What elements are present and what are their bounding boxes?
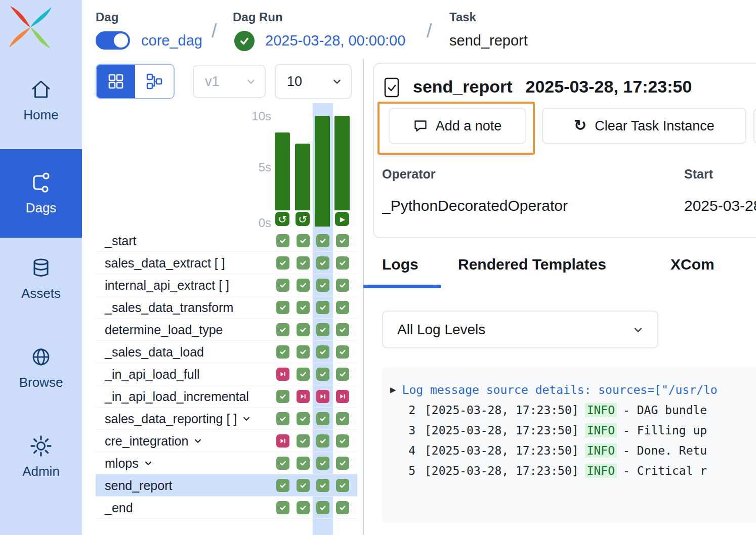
- grid-view-button[interactable]: [97, 65, 135, 98]
- task-instance-success[interactable]: [276, 323, 289, 336]
- task-row[interactable]: _sales_data_load: [96, 341, 357, 363]
- task-instance-success[interactable]: [336, 501, 349, 514]
- task-instance-success[interactable]: [316, 234, 329, 247]
- dag-pause-toggle[interactable]: [96, 31, 130, 50]
- task-instance-success[interactable]: [297, 279, 310, 292]
- run-count-select[interactable]: 10: [275, 64, 352, 99]
- task-row[interactable]: sales_data_extract [ ]: [96, 252, 357, 274]
- task-instance-success[interactable]: [276, 256, 289, 270]
- task-instance-success[interactable]: [316, 501, 329, 514]
- task-row[interactable]: _end: [96, 497, 357, 519]
- task-instance-success[interactable]: [276, 301, 289, 314]
- task-instance-skipped[interactable]: [276, 368, 289, 381]
- play-run-marker[interactable]: ▶: [335, 212, 349, 226]
- task-instance-success[interactable]: [336, 234, 349, 247]
- task-name[interactable]: _sales_data_transform: [105, 296, 233, 319]
- more-actions-button-partial[interactable]: [753, 108, 756, 144]
- task-name[interactable]: _end: [105, 497, 133, 519]
- task-instance-success[interactable]: [297, 501, 310, 514]
- task-row[interactable]: sales_data_reporting [ ]: [96, 408, 357, 430]
- sidebar-item-dags[interactable]: Dags: [0, 149, 82, 238]
- task-row[interactable]: determine_load_type: [96, 319, 357, 341]
- tab-logs[interactable]: Logs: [382, 256, 418, 273]
- chevron-down-icon[interactable]: [144, 459, 153, 468]
- task-instance-success[interactable]: [297, 368, 310, 381]
- run-duration-bar[interactable]: [295, 144, 310, 210]
- task-instance-success[interactable]: [336, 434, 349, 448]
- dag-version-select[interactable]: v1: [193, 65, 266, 98]
- task-name[interactable]: cre_integration: [105, 430, 202, 452]
- task-row[interactable]: _in_api_load_incremental: [96, 385, 357, 408]
- task-instance-success[interactable]: [297, 434, 310, 448]
- task-instance-success[interactable]: [276, 234, 289, 247]
- run-duration-bar[interactable]: [334, 116, 350, 210]
- task-instance-success[interactable]: [276, 412, 289, 425]
- task-instance-success[interactable]: [336, 368, 349, 381]
- task-instance-success[interactable]: [316, 412, 329, 425]
- task-name[interactable]: sales_data_reporting [ ]: [105, 408, 251, 430]
- task-instance-success[interactable]: [316, 434, 329, 448]
- tab-xcom[interactable]: XCom: [670, 256, 715, 273]
- task-instance-success[interactable]: [316, 256, 329, 270]
- task-instance-success[interactable]: [297, 412, 310, 425]
- expand-log-source-icon[interactable]: ▶: [390, 385, 396, 394]
- task-instance-success[interactable]: [297, 457, 310, 470]
- task-instance-success[interactable]: [336, 345, 349, 359]
- task-instance-success[interactable]: [336, 301, 349, 314]
- task-instance-success[interactable]: [316, 345, 329, 359]
- task-instance-success[interactable]: [336, 256, 349, 270]
- task-instance-skipped[interactable]: [297, 390, 310, 403]
- task-instance-skipped[interactable]: [336, 390, 349, 403]
- task-instance-success[interactable]: [276, 457, 289, 470]
- task-instance-success[interactable]: [297, 301, 310, 314]
- task-row[interactable]: cre_integration: [96, 430, 357, 452]
- clear-task-instance-button[interactable]: ↻ Clear Task Instance: [542, 108, 746, 144]
- run-duration-bar[interactable]: [275, 132, 290, 210]
- chevron-down-icon[interactable]: [242, 414, 251, 423]
- task-row[interactable]: _in_api_load_full: [96, 363, 357, 385]
- retry-run-marker[interactable]: ↺: [296, 212, 310, 226]
- task-name[interactable]: _in_api_load_full: [105, 363, 200, 385]
- task-instance-success[interactable]: [336, 412, 349, 425]
- sidebar-item-assets[interactable]: Assets: [0, 246, 82, 311]
- task-instance-success[interactable]: [276, 479, 289, 492]
- task-instance-success[interactable]: [336, 457, 349, 470]
- task-name[interactable]: send_report: [105, 474, 172, 497]
- task-instance-success[interactable]: [297, 234, 310, 247]
- task-instance-success[interactable]: [316, 479, 329, 492]
- task-name[interactable]: mlops: [105, 452, 153, 474]
- sidebar-item-admin[interactable]: Admin: [0, 424, 82, 489]
- task-name[interactable]: sales_data_extract [ ]: [105, 252, 225, 274]
- task-instance-success[interactable]: [297, 323, 310, 336]
- task-instance-success[interactable]: [276, 390, 289, 403]
- tab-rendered-templates[interactable]: Rendered Templates: [458, 256, 606, 273]
- task-row[interactable]: mlops: [96, 452, 357, 474]
- task-name[interactable]: _start: [105, 230, 137, 252]
- task-name[interactable]: internal_api_extract [ ]: [105, 274, 229, 296]
- sidebar-item-browse[interactable]: Browse: [0, 335, 82, 400]
- task-instance-success[interactable]: [297, 345, 310, 359]
- task-name[interactable]: _in_api_load_incremental: [105, 385, 249, 408]
- task-instance-success[interactable]: [316, 457, 329, 470]
- airflow-logo[interactable]: [6, 3, 55, 54]
- log-level-select[interactable]: All Log Levels: [382, 310, 658, 348]
- task-row[interactable]: _start: [96, 230, 357, 252]
- graph-view-button[interactable]: [135, 65, 174, 98]
- dag-name-link[interactable]: core_dag: [141, 32, 202, 49]
- task-instance-success[interactable]: [276, 279, 289, 292]
- task-instance-success[interactable]: [297, 479, 310, 492]
- task-instance-success[interactable]: [276, 345, 289, 359]
- task-row[interactable]: send_report: [96, 474, 357, 497]
- task-row[interactable]: _sales_data_transform: [96, 296, 357, 319]
- task-instance-success[interactable]: [336, 279, 349, 292]
- task-name[interactable]: determine_load_type: [105, 319, 223, 341]
- retry-run-marker[interactable]: ↺: [275, 212, 289, 226]
- panel-divider[interactable]: [363, 59, 364, 535]
- run-duration-bar[interactable]: [315, 116, 330, 227]
- task-instance-success[interactable]: [316, 301, 329, 314]
- task-instance-success[interactable]: [297, 256, 310, 270]
- chevron-down-icon[interactable]: [193, 436, 202, 445]
- task-instance-success[interactable]: [316, 368, 329, 381]
- task-name[interactable]: _sales_data_load: [105, 341, 204, 363]
- task-instance-success[interactable]: [316, 323, 329, 336]
